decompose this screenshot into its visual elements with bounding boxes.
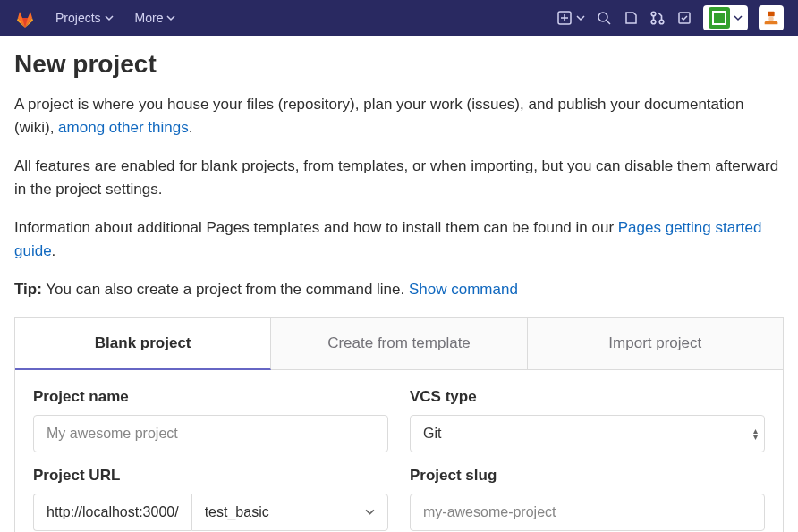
pages-text: Information about additional Pages templ… [14,219,618,236]
tab-create-from-template[interactable]: Create from template [271,318,527,370]
nav-more[interactable]: More [126,5,185,30]
project-slug-label: Project slug [410,467,765,485]
chevron-down-icon [166,13,175,22]
navbar-right [556,5,784,30]
project-url-prefix: http://localhost:3000/ [33,494,191,531]
svg-point-3 [651,20,656,24]
top-navbar: Projects More [0,0,798,36]
svg-point-4 [659,20,664,24]
project-switcher[interactable] [703,5,748,30]
pages-paragraph: Information about additional Pages templ… [14,216,784,262]
show-command-link[interactable]: Show command [409,281,518,298]
vcs-type-select[interactable]: Git [410,415,765,452]
chevron-down-icon [365,507,375,517]
nav-more-label: More [135,11,164,25]
navbar-left: Projects More [14,5,184,30]
tab-import-project[interactable]: Import project [528,318,783,370]
features-paragraph: All features are enabled for blank proje… [14,155,784,200]
nav-projects[interactable]: Projects [47,5,123,30]
among-other-things-link[interactable]: among other things [58,119,189,136]
project-type-tabs: Blank project Create from template Impor… [14,317,784,370]
project-namespace-select[interactable]: test_basic [191,494,388,531]
issues-icon[interactable] [623,10,639,26]
page-title: New project [14,50,784,79]
pages-period: . [52,242,56,259]
svg-point-1 [598,13,607,21]
project-name-label: Project name [33,388,388,406]
user-avatar-icon [761,8,781,28]
tip-label: Tip: [14,281,42,298]
chevron-down-icon [105,13,114,22]
project-name-input[interactable] [33,415,388,452]
blank-project-form: Project name VCS type Git ▴▾ Project URL… [14,370,784,533]
tip-text: You can also create a project from the c… [42,281,409,298]
tab-blank-project[interactable]: Blank project [15,318,271,370]
project-slug-input[interactable] [410,494,765,531]
gitlab-logo-icon[interactable] [14,7,36,29]
chevron-down-icon [576,13,585,22]
user-menu[interactable] [759,5,784,30]
chevron-down-icon [734,13,743,22]
intro-paragraph: A project is where you house your files … [14,93,784,139]
todos-icon[interactable] [676,10,692,26]
svg-point-2 [651,12,656,16]
intro-period: . [189,119,193,136]
project-url-label: Project URL [33,467,388,485]
tip-paragraph: Tip: You can also create a project from … [14,278,784,301]
project-avatar-icon [709,7,730,29]
vcs-type-label: VCS type [410,388,765,406]
plus-square-icon [556,10,573,26]
nav-create-menu[interactable] [556,10,585,26]
svg-point-7 [768,16,774,21]
page-content: New project A project is where you house… [0,36,798,532]
namespace-value: test_basic [205,504,269,520]
nav-projects-label: Projects [55,11,101,25]
search-icon[interactable] [596,10,612,26]
svg-rect-6 [768,12,774,17]
merge-requests-icon[interactable] [649,10,666,26]
